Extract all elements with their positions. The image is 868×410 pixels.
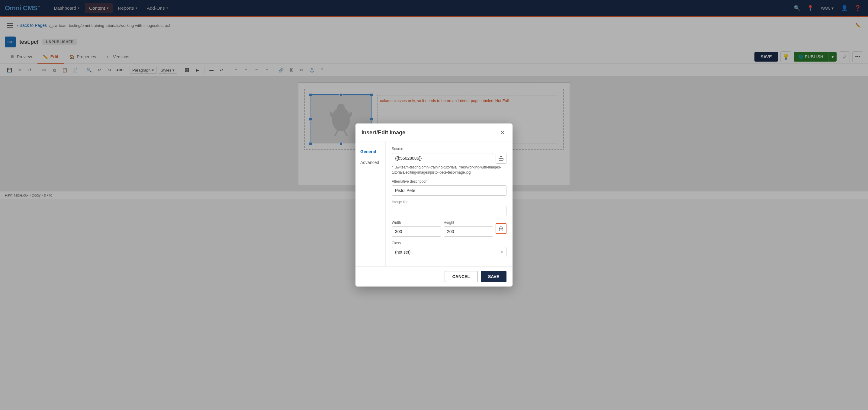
source-field-group: Source /_uw-team-testing/omni-training-t… — [392, 147, 506, 175]
alt-input[interactable] — [392, 185, 506, 196]
upload-button[interactable] — [496, 153, 506, 164]
source-label: Source — [392, 147, 506, 151]
source-row — [392, 153, 506, 164]
insert-edit-image-modal: Insert/Edit Image ✕ General Advanced Sou… — [355, 124, 513, 199]
svg-rect-9 — [499, 158, 503, 160]
modal-nav-advanced[interactable]: Advanced — [355, 158, 385, 167]
upload-icon — [498, 156, 504, 161]
source-path: /_uw-team-testing/omni-training-tutorial… — [392, 165, 506, 175]
modal-sidebar: General Advanced — [355, 142, 386, 199]
modal-nav-general[interactable]: General — [355, 147, 385, 156]
modal-body: General Advanced Source — [355, 142, 513, 199]
modal-title: Insert/Edit Image — [362, 129, 405, 136]
modal-close-button[interactable]: ✕ — [498, 128, 506, 137]
modal-main: Source /_uw-team-testing/omni-training-t… — [386, 142, 513, 199]
modal-overlay: Insert/Edit Image ✕ General Advanced Sou… — [0, 0, 868, 199]
alt-label: Alternative description — [392, 179, 506, 184]
modal-header: Insert/Edit Image ✕ — [355, 124, 513, 142]
source-input[interactable] — [392, 153, 493, 163]
alt-field-group: ——→ Alternative description — [392, 179, 506, 196]
